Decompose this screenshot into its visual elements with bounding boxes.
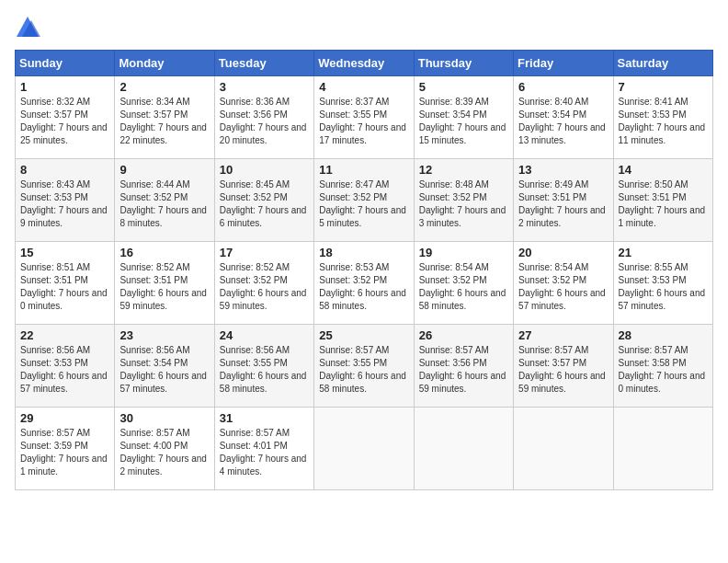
- day-info: Sunrise: 8:32 AM Sunset: 3:57 PM Dayligh…: [20, 96, 109, 147]
- day-info: Sunrise: 8:40 AM Sunset: 3:54 PM Dayligh…: [518, 96, 608, 147]
- day-info: Sunrise: 8:47 AM Sunset: 3:52 PM Dayligh…: [319, 178, 408, 230]
- day-info: Sunrise: 8:52 AM Sunset: 3:51 PM Dayligh…: [119, 261, 209, 313]
- day-number: 25: [319, 328, 408, 342]
- calendar-table: SundayMondayTuesdayWednesdayThursdayFrid…: [15, 50, 713, 490]
- table-row: 29 Sunrise: 8:57 AM Sunset: 3:59 PM Dayl…: [16, 408, 115, 490]
- day-number: 17: [220, 246, 309, 259]
- table-row: 25 Sunrise: 8:57 AM Sunset: 3:55 PM Dayl…: [314, 325, 414, 408]
- day-info: Sunrise: 8:54 AM Sunset: 3:52 PM Dayligh…: [419, 261, 508, 313]
- day-number: 4: [319, 80, 408, 94]
- table-row: 10 Sunrise: 8:45 AM Sunset: 3:52 PM Dayl…: [214, 159, 313, 242]
- table-row: 12 Sunrise: 8:48 AM Sunset: 3:52 PM Dayl…: [414, 159, 513, 242]
- day-number: 22: [20, 328, 109, 342]
- table-row: 22 Sunrise: 8:56 AM Sunset: 3:53 PM Dayl…: [16, 325, 115, 408]
- day-info: Sunrise: 8:49 AM Sunset: 3:51 PM Dayligh…: [518, 178, 608, 230]
- day-info: Sunrise: 8:57 AM Sunset: 3:55 PM Dayligh…: [319, 344, 408, 396]
- day-number: 30: [119, 411, 209, 425]
- day-info: Sunrise: 8:44 AM Sunset: 3:52 PM Dayligh…: [119, 178, 209, 230]
- day-info: Sunrise: 8:50 AM Sunset: 3:51 PM Dayligh…: [619, 178, 708, 230]
- day-info: Sunrise: 8:57 AM Sunset: 3:56 PM Dayligh…: [419, 344, 508, 396]
- calendar-header: SundayMondayTuesdayWednesdayThursdayFrid…: [16, 51, 713, 76]
- weekday-sunday: Sunday: [16, 51, 115, 76]
- day-info: Sunrise: 8:56 AM Sunset: 3:54 PM Dayligh…: [119, 344, 209, 396]
- table-row: 4 Sunrise: 8:37 AM Sunset: 3:55 PM Dayli…: [314, 76, 414, 159]
- day-number: 13: [518, 163, 608, 177]
- day-number: 19: [419, 246, 508, 259]
- page-header: [15, 15, 713, 40]
- day-info: Sunrise: 8:53 AM Sunset: 3:52 PM Dayligh…: [319, 261, 408, 313]
- day-number: 21: [619, 246, 708, 259]
- day-number: 3: [220, 80, 309, 94]
- table-row: 7 Sunrise: 8:41 AM Sunset: 3:53 PM Dayli…: [613, 76, 712, 159]
- day-number: 1: [20, 80, 109, 94]
- day-number: 27: [518, 328, 608, 342]
- logo: [15, 15, 44, 40]
- weekday-wednesday: Wednesday: [314, 51, 414, 76]
- table-row: 19 Sunrise: 8:54 AM Sunset: 3:52 PM Dayl…: [414, 242, 513, 325]
- table-row: 8 Sunrise: 8:43 AM Sunset: 3:53 PM Dayli…: [16, 159, 115, 242]
- table-row: 5 Sunrise: 8:39 AM Sunset: 3:54 PM Dayli…: [414, 76, 513, 159]
- day-info: Sunrise: 8:41 AM Sunset: 3:53 PM Dayligh…: [619, 96, 708, 147]
- table-row: 31 Sunrise: 8:57 AM Sunset: 4:01 PM Dayl…: [214, 408, 313, 490]
- weekday-thursday: Thursday: [414, 51, 513, 76]
- day-number: 16: [119, 246, 209, 259]
- day-number: 14: [619, 163, 708, 177]
- table-row: 30 Sunrise: 8:57 AM Sunset: 4:00 PM Dayl…: [115, 408, 214, 490]
- table-row: 3 Sunrise: 8:36 AM Sunset: 3:56 PM Dayli…: [214, 76, 313, 159]
- day-number: 5: [419, 80, 508, 94]
- table-row: 15 Sunrise: 8:51 AM Sunset: 3:51 PM Dayl…: [16, 242, 115, 325]
- weekday-tuesday: Tuesday: [214, 51, 313, 76]
- table-row: 23 Sunrise: 8:56 AM Sunset: 3:54 PM Dayl…: [115, 325, 214, 408]
- table-row: 24 Sunrise: 8:56 AM Sunset: 3:55 PM Dayl…: [214, 325, 313, 408]
- weekday-friday: Friday: [514, 51, 613, 76]
- table-row: 13 Sunrise: 8:49 AM Sunset: 3:51 PM Dayl…: [514, 159, 613, 242]
- day-info: Sunrise: 8:48 AM Sunset: 3:52 PM Dayligh…: [419, 178, 508, 230]
- day-number: 9: [119, 163, 209, 177]
- day-info: Sunrise: 8:34 AM Sunset: 3:57 PM Dayligh…: [119, 96, 209, 147]
- table-row: 18 Sunrise: 8:53 AM Sunset: 3:52 PM Dayl…: [314, 242, 414, 325]
- table-row: [314, 408, 414, 490]
- day-number: 15: [20, 246, 109, 259]
- table-row: [613, 408, 712, 490]
- day-info: Sunrise: 8:57 AM Sunset: 3:58 PM Dayligh…: [619, 344, 708, 396]
- day-number: 10: [220, 163, 309, 177]
- day-number: 20: [518, 246, 608, 259]
- table-row: 1 Sunrise: 8:32 AM Sunset: 3:57 PM Dayli…: [16, 76, 115, 159]
- day-number: 24: [220, 328, 309, 342]
- day-info: Sunrise: 8:43 AM Sunset: 3:53 PM Dayligh…: [20, 178, 109, 230]
- table-row: 28 Sunrise: 8:57 AM Sunset: 3:58 PM Dayl…: [613, 325, 712, 408]
- day-info: Sunrise: 8:57 AM Sunset: 4:00 PM Dayligh…: [119, 427, 209, 478]
- day-info: Sunrise: 8:39 AM Sunset: 3:54 PM Dayligh…: [419, 96, 508, 147]
- day-info: Sunrise: 8:51 AM Sunset: 3:51 PM Dayligh…: [20, 261, 109, 313]
- day-number: 6: [518, 80, 608, 94]
- day-info: Sunrise: 8:55 AM Sunset: 3:53 PM Dayligh…: [619, 261, 708, 313]
- table-row: 14 Sunrise: 8:50 AM Sunset: 3:51 PM Dayl…: [613, 159, 712, 242]
- day-number: 12: [419, 163, 508, 177]
- table-row: [514, 408, 613, 490]
- day-number: 8: [20, 163, 109, 177]
- table-row: 27 Sunrise: 8:57 AM Sunset: 3:57 PM Dayl…: [514, 325, 613, 408]
- table-row: 11 Sunrise: 8:47 AM Sunset: 3:52 PM Dayl…: [314, 159, 414, 242]
- day-number: 7: [619, 80, 708, 94]
- table-row: 6 Sunrise: 8:40 AM Sunset: 3:54 PM Dayli…: [514, 76, 613, 159]
- logo-icon: [15, 15, 40, 40]
- table-row: [414, 408, 513, 490]
- day-info: Sunrise: 8:45 AM Sunset: 3:52 PM Dayligh…: [220, 178, 309, 230]
- table-row: 9 Sunrise: 8:44 AM Sunset: 3:52 PM Dayli…: [115, 159, 214, 242]
- day-number: 26: [419, 328, 508, 342]
- day-number: 2: [119, 80, 209, 94]
- table-row: 21 Sunrise: 8:55 AM Sunset: 3:53 PM Dayl…: [613, 242, 712, 325]
- day-info: Sunrise: 8:56 AM Sunset: 3:53 PM Dayligh…: [20, 344, 109, 396]
- day-number: 31: [220, 411, 309, 425]
- day-info: Sunrise: 8:54 AM Sunset: 3:52 PM Dayligh…: [518, 261, 608, 313]
- table-row: 2 Sunrise: 8:34 AM Sunset: 3:57 PM Dayli…: [115, 76, 214, 159]
- weekday-monday: Monday: [115, 51, 214, 76]
- weekday-saturday: Saturday: [613, 51, 712, 76]
- day-number: 11: [319, 163, 408, 177]
- table-row: 16 Sunrise: 8:52 AM Sunset: 3:51 PM Dayl…: [115, 242, 214, 325]
- day-info: Sunrise: 8:56 AM Sunset: 3:55 PM Dayligh…: [220, 344, 309, 396]
- day-info: Sunrise: 8:57 AM Sunset: 4:01 PM Dayligh…: [220, 427, 309, 478]
- day-number: 23: [119, 328, 209, 342]
- table-row: 17 Sunrise: 8:52 AM Sunset: 3:52 PM Dayl…: [214, 242, 313, 325]
- day-number: 18: [319, 246, 408, 259]
